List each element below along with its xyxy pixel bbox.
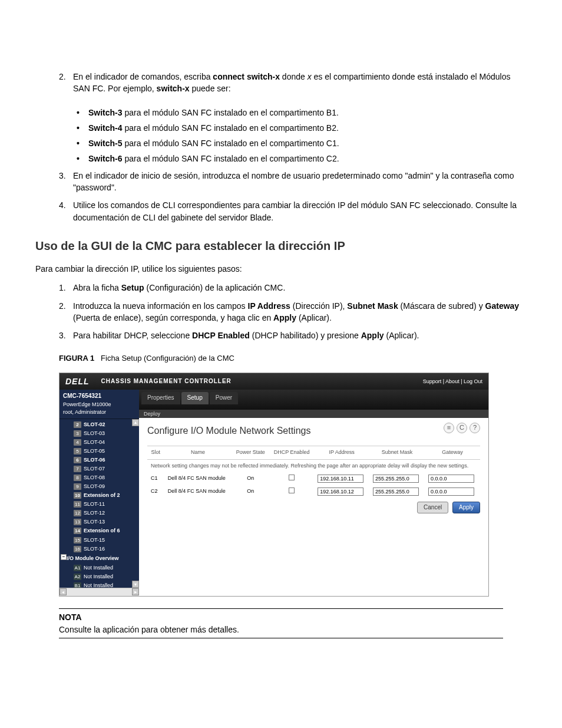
switch-bullets: Switch-3 para el módulo SAN FC instalado… [77,107,527,165]
cmc-header-links[interactable]: Support | About | Log Out [423,378,482,386]
mask-input[interactable] [373,475,419,483]
help-icon[interactable]: ? [470,423,480,433]
sidebar-slot[interactable]: 6SLOT-06 [59,456,139,465]
iom-table: Slot Name Power State DHCP Enabled IP Ad… [147,446,480,498]
h-scrollbar[interactable]: ◂ ▸ [59,588,139,596]
steps-after: 3.En el indicador de inicio de sesión, i… [59,170,527,223]
cmc-tabs: Properties Setup Power [139,390,488,410]
nota-label: NOTA [59,612,82,622]
sidebar-section-iom[interactable]: I/O Module Overview [59,554,139,564]
steps-gui: 1.Abra la ficha Setup (Configuración) de… [59,282,527,341]
tab-properties[interactable]: Properties [141,392,180,404]
tab-setup[interactable]: Setup [181,392,209,404]
sidebar-slot[interactable]: 10Extension of 2 [59,491,139,500]
content-heading: Configure I/O Module Network Settings [147,424,480,437]
cmc-sidebar: CMC-7654321 PowerEdge M1000e root, Admin… [59,390,139,596]
cmc-id: CMC-7654321 [63,393,101,399]
nota-block: NOTA Consulte la aplicación para obtener… [59,608,503,638]
sidebar-slot[interactable]: 8SLOT-08 [59,473,139,482]
sidebar-slot[interactable]: 14Extension of 6 [59,526,139,535]
figure-label: FIGURA 1 Ficha Setup (Configuración) de … [59,353,527,364]
step-text: En el indicador de comandos, escriba con… [73,71,527,95]
cmc-header: DELL CHASSIS MANAGEMENT CONTROLLER Suppo… [59,373,488,390]
sidebar-slot[interactable]: 11SLOT-11 [59,500,139,509]
refresh-icon[interactable]: C [457,423,467,433]
table-row: C2 Dell 8/4 FC SAN module On [147,485,480,498]
apply-button[interactable]: Apply [452,502,480,514]
gateway-input[interactable] [428,475,474,483]
cmc-user: root, Administrator [63,409,106,415]
sidebar-slot[interactable]: 5SLOT-05 [59,447,139,456]
dhcp-checkbox[interactable] [289,487,295,493]
sidebar-slot[interactable]: 2SLOT-02 [59,420,139,429]
cmc-model: PowerEdge M1000e [63,401,111,407]
sidebar-slot[interactable]: 7SLOT-07 [59,465,139,473]
step-number: 2. [59,71,73,95]
sidebar-slot[interactable]: 3SLOT-03 [59,429,139,438]
sidebar-slot[interactable]: 4SLOT-04 [59,438,139,447]
sidebar-iom[interactable]: A1Not Installed [59,564,139,572]
sidebar-slot[interactable]: 16SLOT-16 [59,545,139,554]
sidebar-slot[interactable]: 9SLOT-09 [59,482,139,491]
sidebar-iom[interactable]: A2Not Installed [59,572,139,581]
print-icon[interactable]: ≡ [444,423,454,433]
mask-input[interactable] [373,487,419,496]
nota-text: Consulte la aplicación para obtener más … [59,625,239,634]
table-row: C1 Dell 8/4 FC SAN module On [147,472,480,485]
tab-power[interactable]: Power [210,392,238,404]
sidebar-iom[interactable]: B1Not Installed [59,581,139,588]
section-intro: Para cambiar la dirección IP, utilice lo… [35,263,527,275]
section-heading: Uso de la GUI de la CMC para establecer … [35,238,527,255]
sidebar-slot[interactable]: 13SLOT-13 [59,518,139,526]
subtab-deploy[interactable]: Deploy [144,411,160,417]
cancel-button[interactable]: Cancel [417,502,448,514]
dhcp-checkbox[interactable] [289,475,295,480]
sidebar-slot[interactable]: 15SLOT-15 [59,536,139,545]
table-notice: Network setting changes may not be refle… [147,459,480,472]
ip-input[interactable] [318,487,363,496]
cmc-title: CHASSIS MANAGEMENT CONTROLLER [101,377,423,386]
sidebar-slot[interactable]: 12SLOT-12 [59,509,139,518]
dell-logo: DELL [65,375,90,387]
gateway-input[interactable] [428,487,474,496]
scroll-down-icon[interactable]: ▾ [132,581,139,588]
steps-top: 2. En el indicador de comandos, escriba … [59,71,527,95]
cmc-screenshot: DELL CHASSIS MANAGEMENT CONTROLLER Suppo… [59,373,527,597]
ip-input[interactable] [318,475,363,483]
